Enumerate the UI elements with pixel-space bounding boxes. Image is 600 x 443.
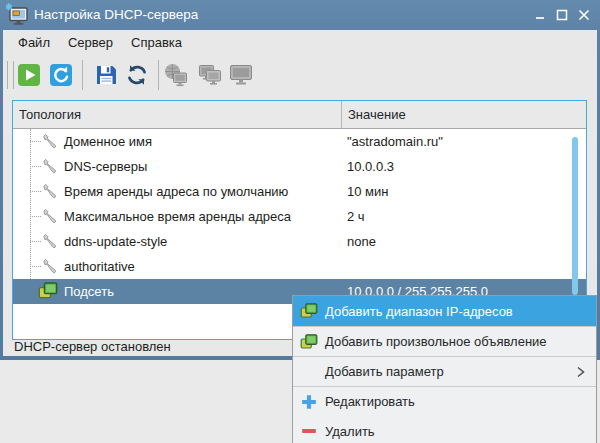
context-menu-item-label: Удалить: [325, 424, 375, 439]
toolbar-separator: [82, 60, 83, 90]
wrench-icon: [42, 233, 58, 249]
add-host-button: [226, 60, 256, 90]
row-label: Время аренды адреса по умолчанию: [64, 184, 288, 199]
reload-config-button[interactable]: [122, 60, 152, 90]
context-menu-item-0[interactable]: Добавить диапазон IP-адресов: [293, 296, 596, 326]
subnet-icon: [300, 302, 318, 320]
wrench-icon: [42, 183, 58, 199]
add-subnet-button: [195, 60, 225, 90]
tree-branch: [30, 216, 41, 217]
context-menu-item-label: Добавить диапазон IP-адресов: [325, 304, 513, 319]
restart-icon: [48, 62, 74, 88]
context-menu-item-label: Добавить произвольное объявление: [325, 334, 547, 349]
window-title: Настройка DHCP-сервера: [34, 7, 198, 22]
menu-help[interactable]: Справка: [122, 32, 191, 53]
context-menu-item-label: Редактировать: [325, 394, 415, 409]
app-icon: ✱: [6, 3, 30, 27]
wrench-icon: [42, 158, 58, 174]
maximize-button[interactable]: [555, 8, 569, 22]
play-icon: [16, 62, 42, 88]
menu-file[interactable]: Файл: [9, 32, 59, 53]
tree-branch: [30, 141, 41, 142]
row-value: none: [347, 234, 376, 249]
row-value: "astradomain.ru": [347, 134, 443, 149]
toolbar: [3, 54, 597, 96]
plus-icon: [301, 394, 317, 410]
tree-row-3[interactable]: Максимальное время аренды адреса2 ч: [13, 204, 586, 229]
close-button[interactable]: [577, 8, 591, 22]
toolbar-grip-handle[interactable]: [7, 61, 14, 89]
tree-branch: [30, 166, 41, 167]
save-icon: [93, 62, 119, 88]
tree-branch: [30, 241, 41, 242]
table-header: Топология Значение: [13, 101, 586, 129]
window-controls: [533, 8, 591, 22]
title-bar[interactable]: ✱ Настройка DHCP-сервера: [0, 0, 600, 30]
context-menu-item-2[interactable]: Добавить параметр: [293, 356, 596, 386]
row-label: Доменное имя: [64, 134, 152, 149]
tree-row-2[interactable]: Время аренды адреса по умолчанию10 мин: [13, 179, 586, 204]
row-label: ddns-update-style: [64, 234, 167, 249]
subnet-icon: [38, 281, 58, 301]
restart-server-button[interactable]: [46, 60, 76, 90]
svg-text:✱: ✱: [6, 3, 13, 12]
menu-server[interactable]: Сервер: [59, 32, 122, 53]
row-label: Подсеть: [64, 284, 114, 299]
save-config-button[interactable]: [91, 60, 121, 90]
start-server-button[interactable]: [14, 60, 44, 90]
wrench-icon: [42, 208, 58, 224]
minus-icon: [301, 423, 317, 439]
context-menu-item-label: Добавить параметр: [325, 364, 444, 379]
tree-row-0[interactable]: Доменное имя"astradomain.ru": [13, 129, 586, 154]
tree-body: Доменное имя"astradomain.ru"DNS-серверы1…: [13, 129, 586, 304]
tree-row-1[interactable]: DNS-серверы10.0.0.3: [13, 154, 586, 179]
vertical-scrollbar-thumb[interactable]: [572, 137, 578, 295]
status-text: DHCP-сервер остановлен: [14, 339, 171, 354]
row-value: 10 мин: [347, 184, 388, 199]
context-menu-item-1[interactable]: Добавить произвольное объявление: [293, 326, 596, 356]
wrench-icon: [42, 133, 58, 149]
toolbar-separator: [158, 60, 159, 90]
tree-branch: [30, 266, 41, 267]
row-label: DNS-серверы: [64, 159, 147, 174]
context-menu-item-3[interactable]: Редактировать: [293, 386, 596, 416]
tree-branch: [30, 191, 41, 192]
row-label: authoritative: [64, 259, 135, 274]
subnet-icon: [300, 333, 318, 351]
monitor-icon: [228, 62, 254, 88]
menu-bar: ФайлСерверСправка: [3, 30, 597, 54]
wrench-icon: [42, 258, 58, 274]
globe-monitor-icon: [163, 62, 189, 88]
monitors-icon: [197, 62, 223, 88]
tree-row-5[interactable]: authoritative: [13, 254, 586, 279]
context-menu: Добавить диапазон IP-адресовДобавить про…: [292, 295, 597, 443]
row-value: 10.0.0.3: [347, 159, 394, 174]
column-header-topology[interactable]: Топология: [13, 101, 342, 128]
column-header-value[interactable]: Значение: [342, 101, 586, 128]
refresh-icon: [124, 62, 150, 88]
tree-row-4[interactable]: ddns-update-stylenone: [13, 229, 586, 254]
row-label: Максимальное время аренды адреса: [64, 209, 291, 224]
minimize-button[interactable]: [533, 8, 547, 22]
row-value: 2 ч: [347, 209, 365, 224]
context-menu-item-4[interactable]: Удалить: [293, 416, 596, 443]
add-network-button: [161, 60, 191, 90]
chevron-right-icon: [576, 365, 586, 379]
